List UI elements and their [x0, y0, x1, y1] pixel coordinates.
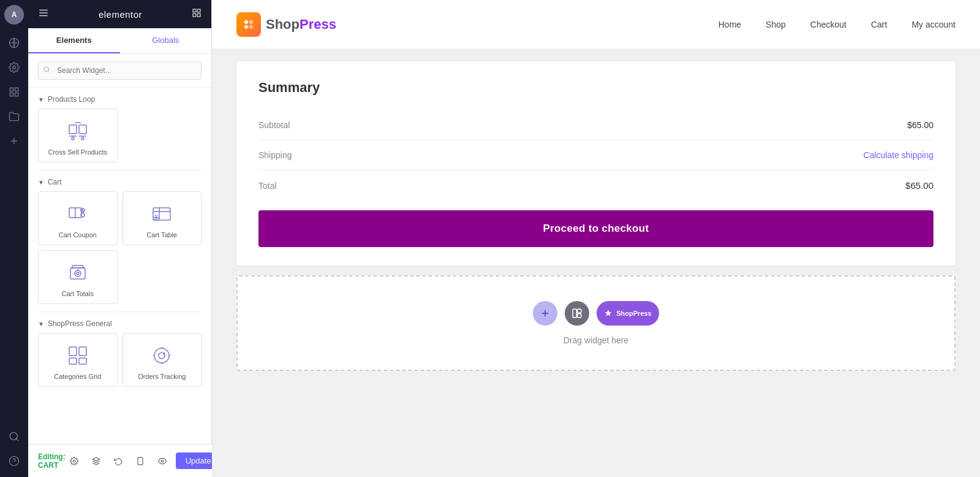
- search-input[interactable]: [38, 61, 202, 80]
- panel-title: elementor: [99, 9, 142, 20]
- nav-home[interactable]: Home: [718, 20, 741, 29]
- wordpress-icon[interactable]: [3, 32, 25, 54]
- total-label: Total: [258, 181, 277, 191]
- shoppress-general-widgets: Categories Grid Orders Tracking: [28, 333, 211, 394]
- cart-totals-label: Cart Totals: [62, 290, 94, 297]
- help-icon[interactable]: [3, 450, 25, 472]
- svg-point-52: [161, 460, 164, 462]
- subtotal-label: Subtotal: [258, 120, 290, 130]
- widget-cart-totals[interactable]: Cart Totals: [38, 250, 118, 304]
- panel-responsive-icon[interactable]: [132, 452, 149, 470]
- icon-sidebar: A: [0, 0, 28, 477]
- orders-tracking-label: Orders Tracking: [138, 373, 186, 380]
- summary-row-subtotal: Subtotal $65.00: [258, 110, 933, 140]
- svg-point-19: [44, 67, 49, 72]
- svg-rect-40: [69, 358, 77, 364]
- svg-rect-2: [10, 88, 13, 91]
- svg-point-36: [77, 272, 79, 275]
- svg-point-10: [10, 457, 19, 466]
- panel-layers-icon[interactable]: [88, 452, 105, 470]
- summary-row-shipping: Shipping Calculate shipping: [258, 140, 933, 170]
- nav-checkout[interactable]: Checkout: [810, 20, 846, 29]
- drop-zone[interactable]: ShopPress Drag widget here: [236, 275, 956, 371]
- logo-icon: [236, 12, 261, 37]
- widget-cross-sell-products[interactable]: Cross Sell Products: [38, 109, 118, 162]
- subtotal-value: $65.00: [907, 120, 933, 130]
- proceed-to-checkout-button[interactable]: Proceed to checkout: [258, 210, 933, 247]
- drop-actions: ShopPress: [533, 301, 658, 326]
- svg-rect-18: [197, 13, 200, 17]
- search-area: [28, 54, 211, 88]
- drag-widget-text: Drag widget here: [564, 335, 629, 345]
- section-shoppress-general-header[interactable]: ▼ ShopPress General: [28, 312, 211, 333]
- svg-rect-3: [15, 88, 18, 91]
- svg-marker-49: [92, 457, 100, 461]
- widget-cart-table[interactable]: Cart Table: [123, 191, 202, 245]
- section-products-loop-header[interactable]: ▼ Products Loop: [28, 88, 211, 109]
- bottom-actions: Update: [66, 452, 212, 470]
- panel-header: elementor: [28, 0, 211, 28]
- avatar: A: [4, 5, 24, 25]
- svg-rect-17: [193, 13, 196, 17]
- add-widget-button[interactable]: [533, 301, 557, 326]
- add-page-icon[interactable]: [3, 130, 25, 152]
- chevron-down-icon-cart: ▼: [38, 179, 44, 186]
- logo-text: ShopPress: [266, 17, 336, 32]
- svg-point-42: [154, 348, 169, 363]
- svg-rect-16: [197, 9, 200, 12]
- widget-orders-tracking[interactable]: Orders Tracking: [123, 333, 202, 387]
- nav-shop[interactable]: Shop: [766, 20, 786, 29]
- shipping-label: Shipping: [258, 150, 292, 160]
- search-nav-icon[interactable]: [3, 425, 25, 448]
- cart-coupon-icon: [66, 202, 90, 226]
- calculate-shipping-link[interactable]: Calculate shipping: [864, 150, 933, 160]
- svg-rect-57: [578, 314, 581, 318]
- panel-bottom-bar: Editing: CART Update: [28, 444, 212, 477]
- panel-history-icon[interactable]: [110, 452, 127, 470]
- grid-icon[interactable]: [192, 8, 202, 20]
- hamburger-icon[interactable]: [38, 7, 49, 21]
- cross-sell-products-label: Cross Sell Products: [48, 148, 107, 156]
- section-cart-header[interactable]: ▼ Cart: [28, 170, 211, 191]
- svg-rect-56: [578, 309, 581, 313]
- widget-cart-coupon[interactable]: Cart Coupon: [38, 191, 118, 245]
- top-nav-links: Home Shop Checkout Cart My account: [718, 20, 956, 29]
- tab-globals[interactable]: Globals: [120, 28, 212, 53]
- cross-sell-products-icon: [66, 119, 90, 143]
- cart-table-label: Cart Table: [146, 231, 177, 238]
- cart-coupon-label: Cart Coupon: [59, 231, 97, 238]
- total-value: $65.00: [905, 180, 933, 191]
- widget-categories-grid[interactable]: Categories Grid: [38, 333, 118, 387]
- cart-totals-icon: [66, 261, 90, 285]
- search-input-icon: [43, 66, 50, 75]
- products-loop-widgets: Cross Sell Products: [28, 109, 211, 170]
- settings-icon[interactable]: [3, 56, 25, 78]
- logo: ShopPress: [236, 12, 336, 37]
- panel-settings-icon[interactable]: [66, 452, 83, 470]
- editing-label: Editing: CART: [38, 452, 66, 470]
- folder-icon[interactable]: [3, 105, 25, 128]
- svg-rect-5: [15, 93, 18, 96]
- categories-grid-label: Categories Grid: [54, 373, 101, 380]
- svg-point-26: [81, 137, 84, 140]
- layout-button[interactable]: [565, 301, 589, 326]
- svg-rect-32: [153, 208, 170, 220]
- section-shoppress-general-label: ShopPress General: [48, 319, 112, 328]
- nav-cart[interactable]: Cart: [871, 20, 887, 29]
- panel-content: ▼ Products Loop Cross Sell Products: [28, 88, 211, 477]
- orders-tracking-icon: [149, 343, 174, 368]
- chevron-down-icon-shoppress: ▼: [38, 321, 44, 327]
- main-content: ShopPress Home Shop Checkout Cart My acc…: [212, 0, 980, 477]
- shoppress-button[interactable]: ShopPress: [597, 301, 658, 326]
- svg-rect-55: [573, 309, 577, 318]
- templates-icon[interactable]: [3, 81, 25, 103]
- summary-row-total: Total $65.00: [258, 170, 933, 200]
- categories-grid-icon: [66, 343, 90, 368]
- update-button[interactable]: Update: [176, 452, 212, 469]
- panel-preview-icon[interactable]: [154, 452, 171, 470]
- panel-tabs: Elements Globals: [28, 28, 211, 54]
- section-cart-label: Cart: [48, 178, 62, 186]
- nav-myaccount[interactable]: My account: [911, 20, 956, 29]
- svg-rect-41: [79, 358, 86, 364]
- tab-elements[interactable]: Elements: [28, 28, 120, 53]
